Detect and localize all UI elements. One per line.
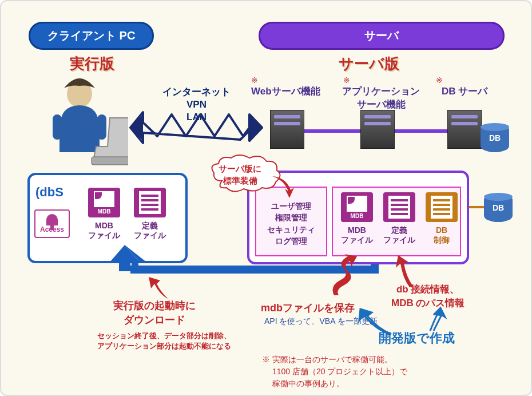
db-conn-label: db 接続情報、 MDB のパス情報 xyxy=(391,283,464,310)
client-def-tile-icon xyxy=(134,188,166,217)
server-mdb-caption: MDB ファイル xyxy=(335,225,379,245)
diagram-canvas: クライアント PC サーバ 実行版 サーバ版 インターネット VPN LAN ※… xyxy=(0,0,532,396)
user-laptop-icon xyxy=(31,72,128,169)
access-logo-icon: Access xyxy=(34,209,70,238)
exec-version-title: 実行版 xyxy=(70,54,114,74)
server-def-tile-icon xyxy=(383,192,415,222)
client-def-caption: 定義 ファイル xyxy=(128,221,172,240)
server-pill: サーバ xyxy=(259,22,505,50)
db-cylinder-right: DB xyxy=(484,193,513,222)
server-version-title: サーバ版 xyxy=(339,54,399,74)
exec-note-label: セッション終了後、データ部分は削除、 アプリケーション部分は起動不能になる xyxy=(97,331,231,351)
server-def-caption: 定義 ファイル xyxy=(378,225,421,245)
dev-create-label: 開発版で作成 xyxy=(379,330,455,347)
db-server-icon xyxy=(447,110,482,149)
exec-download-label: 実行版の起動時に ダウンロード xyxy=(113,299,196,327)
exec-download-arrow-icon xyxy=(143,276,177,301)
db-ctrl-tile-icon xyxy=(426,192,458,222)
app-server-icon xyxy=(360,110,395,149)
std-equip-arrow-icon xyxy=(270,173,299,201)
db-server-label: DB サーバ xyxy=(442,85,487,98)
db-connector-line xyxy=(469,206,484,208)
footnote: ※ 実際は一台のサーバで稼働可能。 1100 店舗（20 プロジェクト以上）で … xyxy=(262,354,407,390)
svg-rect-5 xyxy=(119,260,130,271)
std-equip-label: サーバ版に 標準装備 xyxy=(219,163,261,187)
client-mdb-caption: MDB ファイル xyxy=(82,221,126,240)
connector-line-1 xyxy=(304,129,360,133)
asterisk-web: ※ xyxy=(251,76,258,85)
mdb-save-label: mdbファイルを保存 xyxy=(261,301,355,315)
web-server-label: Webサーバ機能 xyxy=(251,85,320,98)
client-mdb-tile-icon: MDB xyxy=(88,188,120,217)
asterisk-app: ※ xyxy=(343,76,350,85)
dbs-logo-icon xyxy=(35,181,71,204)
svg-rect-3 xyxy=(92,157,128,165)
key-icon xyxy=(46,214,58,225)
db-cylinder-top: DB xyxy=(481,124,509,152)
mgmt-list: ユーザ管理 権限管理 セキュリティ ログ管理 xyxy=(257,200,325,247)
svg-rect-1 xyxy=(53,114,62,140)
zigzag-connector-icon xyxy=(126,108,263,148)
mdb-save-arrow-icon xyxy=(327,254,367,299)
app-server-label: アプリケーション サーバ機能 xyxy=(342,85,420,111)
connector-line-2 xyxy=(395,129,447,133)
web-server-icon xyxy=(270,110,304,149)
db-ctrl-caption: DB 制御 xyxy=(423,225,460,245)
asterisk-db: ※ xyxy=(436,76,443,85)
client-pc-pill: クライアント PC xyxy=(29,22,154,50)
server-mdb-tile-icon: MDB xyxy=(341,192,373,222)
svg-rect-2 xyxy=(97,114,106,140)
